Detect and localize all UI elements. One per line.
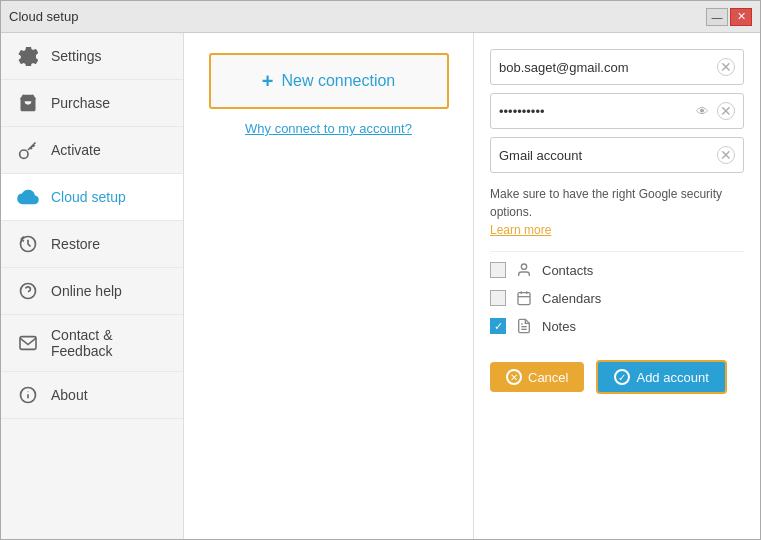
window-title: Cloud setup: [9, 9, 78, 24]
right-panel: ✕ 👁 ✕ ✕ Make sure to have the right Goog…: [474, 33, 760, 539]
email-input[interactable]: [499, 60, 711, 75]
calendars-icon: [514, 288, 534, 308]
main-area: Settings Purchase: [1, 33, 760, 539]
cancel-icon: ✕: [506, 369, 522, 385]
cart-icon: [17, 92, 39, 114]
eye-icon[interactable]: 👁: [696, 104, 709, 119]
left-panel: + New connection Why connect to my accou…: [184, 33, 474, 539]
sidebar-item-online-help[interactable]: Online help: [1, 268, 183, 315]
sidebar-item-settings[interactable]: Settings: [1, 33, 183, 80]
app-window: Cloud setup — ✕ Settings: [0, 0, 761, 540]
account-name-clear-icon[interactable]: ✕: [717, 146, 735, 164]
contacts-checkbox[interactable]: [490, 262, 506, 278]
new-connection-button[interactable]: + New connection: [209, 53, 449, 109]
email-clear-icon[interactable]: ✕: [717, 58, 735, 76]
svg-point-1: [20, 150, 28, 158]
account-name-input[interactable]: [499, 148, 711, 163]
minimize-button[interactable]: —: [706, 8, 728, 26]
contacts-icon: [514, 260, 534, 280]
security-text: Make sure to have the right Google secur…: [490, 185, 744, 239]
content-area: + New connection Why connect to my accou…: [184, 33, 760, 539]
sidebar-item-cloud-setup[interactable]: Cloud setup: [1, 174, 183, 221]
calendars-checkbox[interactable]: [490, 290, 506, 306]
mail-icon: [17, 332, 39, 354]
password-input[interactable]: [499, 104, 690, 119]
window-controls: — ✕: [706, 8, 752, 26]
activate-label: Activate: [51, 142, 101, 158]
notes-label: Notes: [542, 319, 576, 334]
account-name-field: ✕: [490, 137, 744, 173]
calendars-label: Calendars: [542, 291, 601, 306]
close-button[interactable]: ✕: [730, 8, 752, 26]
new-connection-label: New connection: [281, 72, 395, 90]
svg-rect-0: [21, 98, 36, 100]
password-clear-icon[interactable]: ✕: [717, 102, 735, 120]
cloud-icon: [17, 186, 39, 208]
cancel-button[interactable]: ✕ Cancel: [490, 362, 584, 392]
sync-option-notes: Notes: [490, 316, 744, 336]
info-icon: [17, 384, 39, 406]
restore-label: Restore: [51, 236, 100, 252]
svg-rect-10: [518, 293, 530, 305]
cancel-label: Cancel: [528, 370, 568, 385]
settings-label: Settings: [51, 48, 102, 64]
notes-checkbox[interactable]: [490, 318, 506, 334]
plus-icon: +: [262, 70, 274, 93]
learn-more-link[interactable]: Learn more: [490, 223, 551, 237]
notes-icon: [514, 316, 534, 336]
online-help-label: Online help: [51, 283, 122, 299]
sidebar-item-contact-feedback[interactable]: Contact & Feedback: [1, 315, 183, 372]
sidebar: Settings Purchase: [1, 33, 184, 539]
key-icon: [17, 139, 39, 161]
form-actions: ✕ Cancel ✓ Add account: [490, 360, 744, 394]
sync-options: Contacts Calendars: [490, 251, 744, 344]
password-field: 👁 ✕: [490, 93, 744, 129]
restore-icon: [17, 233, 39, 255]
contact-feedback-label: Contact & Feedback: [51, 327, 167, 359]
sidebar-item-activate[interactable]: Activate: [1, 127, 183, 174]
add-account-button[interactable]: ✓ Add account: [596, 360, 726, 394]
titlebar: Cloud setup — ✕: [1, 1, 760, 33]
security-message: Make sure to have the right Google secur…: [490, 187, 722, 219]
contacts-label: Contacts: [542, 263, 593, 278]
sync-option-contacts: Contacts: [490, 260, 744, 280]
svg-point-9: [521, 264, 526, 269]
why-connect-link[interactable]: Why connect to my account?: [245, 121, 412, 136]
email-field: ✕: [490, 49, 744, 85]
gear-icon: [17, 45, 39, 67]
add-icon: ✓: [614, 369, 630, 385]
sidebar-item-about[interactable]: About: [1, 372, 183, 419]
sidebar-item-restore[interactable]: Restore: [1, 221, 183, 268]
svg-rect-5: [20, 337, 36, 350]
add-account-label: Add account: [636, 370, 708, 385]
cloud-setup-label: Cloud setup: [51, 189, 126, 205]
sync-option-calendars: Calendars: [490, 288, 744, 308]
purchase-label: Purchase: [51, 95, 110, 111]
about-label: About: [51, 387, 88, 403]
sidebar-item-purchase[interactable]: Purchase: [1, 80, 183, 127]
question-icon: [17, 280, 39, 302]
